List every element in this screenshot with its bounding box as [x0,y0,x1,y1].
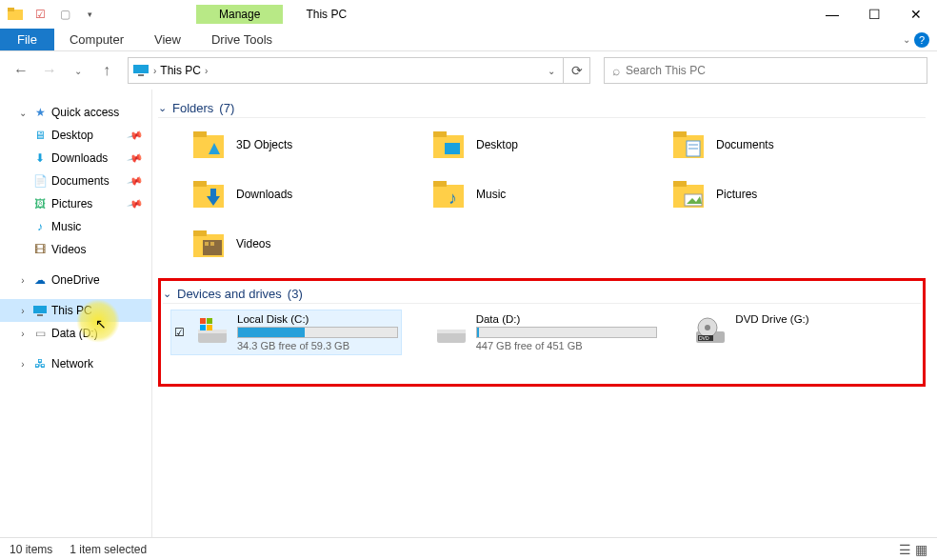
tiles-view-button[interactable]: ▦ [915,542,927,557]
sidebar-this-pc[interactable]: › This PC [0,299,151,322]
drives-row: ☑ Local Disk (C:) 34.3 GB free of 59.3 G… [170,310,921,355]
folder-downloads[interactable]: Downloads [190,173,429,215]
svg-rect-7 [193,131,207,137]
drive-data-d[interactable]: Data (D:) 447 GB free of 451 GB [430,310,662,355]
folder-videos[interactable]: Videos [190,223,429,265]
svg-text:DVD: DVD [699,335,709,341]
folder-label: Documents [716,138,774,151]
sidebar-item-label: Documents [51,174,110,188]
downloads-icon [190,176,227,212]
music-icon: ♪ [32,219,48,234]
group-count: (3) [288,287,303,301]
window-title: This PC [306,8,347,21]
sidebar-item-documents[interactable]: 📄 Documents 📌 [0,170,151,192]
close-button[interactable]: ✕ [895,0,937,29]
ribbon-collapse-icon[interactable]: ⌄ [903,34,910,45]
file-tab[interactable]: File [0,29,54,50]
sidebar-network[interactable]: › 🖧 Network [0,352,151,375]
folder-label: 3D Objects [236,138,292,151]
new-folder-icon[interactable]: ▢ [57,7,72,22]
network-icon: 🖧 [32,356,48,371]
pictures-icon [670,176,707,212]
documents-icon [670,127,707,163]
chevron-right-icon[interactable]: › [17,275,29,286]
sidebar-item-music[interactable]: ♪ Music [0,215,151,238]
group-header-folders[interactable]: ⌄ Folders (7) [158,101,926,118]
tab-view[interactable]: View [139,29,196,50]
svg-rect-2 [133,65,149,73]
checkbox-icon[interactable]: ☑ [174,326,188,339]
sidebar-item-pictures[interactable]: 🖼 Pictures 📌 [0,192,151,215]
status-item-count: 10 items [10,543,52,556]
svg-rect-3 [138,74,144,76]
sidebar-item-label: Videos [51,243,86,256]
group-header-drives[interactable]: ⌄ Devices and drives (3) [163,287,921,304]
pin-icon: 📌 [127,150,145,167]
svg-rect-13 [673,131,687,137]
videos-icon: 🎞 [32,242,48,257]
svg-rect-1 [8,8,14,11]
group-count: (7) [219,101,234,115]
drive-label: DVD Drive (G:) [735,313,917,325]
drive-free-text: 34.3 GB free of 59.3 GB [237,340,398,351]
cloud-icon: ☁ [32,272,48,288]
sidebar-item-label: Music [51,220,81,233]
maximize-button[interactable]: ☐ [853,0,895,29]
chevron-right-icon[interactable]: › [17,359,29,370]
window-controls: — ☐ ✕ [811,0,937,29]
chevron-right-icon[interactable]: › [17,306,29,316]
drive-dvd-g[interactable]: DVD DVD Drive (G:) [689,310,921,355]
back-button[interactable]: ← [10,59,32,82]
folder-music[interactable]: ♪ Music [430,173,668,215]
this-pc-icon [129,64,153,77]
sidebar-onedrive[interactable]: › ☁ OneDrive [0,269,151,291]
svg-rect-30 [205,242,209,246]
svg-rect-24 [673,181,687,187]
address-bar[interactable]: › This PC › ⌄ ⟳ [128,57,590,84]
chevron-right-icon[interactable]: › [205,66,208,76]
minimize-button[interactable]: — [811,0,853,29]
help-icon[interactable]: ? [914,32,929,48]
address-dropdown-icon[interactable]: ⌄ [540,66,563,76]
navigation-bar: ← → ⌄ ↑ › This PC › ⌄ ⟳ ⌕ [0,51,937,90]
folder-3d-objects[interactable]: 3D Objects [190,124,429,166]
recent-dropdown-icon[interactable]: ⌄ [67,59,90,82]
svg-rect-36 [200,325,206,330]
refresh-button[interactable]: ⟳ [563,58,589,83]
sidebar-item-label: Downloads [51,151,108,165]
sidebar-item-downloads[interactable]: ⬇ Downloads 📌 [0,147,151,170]
sidebar-data-d[interactable]: › ▭ Data (D:) [0,322,151,345]
chevron-right-icon[interactable]: › [17,329,29,339]
forward-button[interactable]: → [38,59,61,82]
tab-computer[interactable]: Computer [54,29,139,50]
folder-label: Downloads [236,188,292,201]
sidebar-item-videos[interactable]: 🎞 Videos [0,238,151,261]
folder-icon [8,7,23,22]
chevron-down-icon[interactable]: ⌄ [163,288,171,300]
folder-documents[interactable]: Documents [670,124,908,166]
details-view-button[interactable]: ☰ [899,542,911,557]
qat-dropdown-icon[interactable]: ▾ [82,7,97,22]
svg-rect-18 [193,181,207,187]
breadcrumb-item[interactable]: This PC [156,64,205,77]
search-box[interactable]: ⌕ [604,57,927,84]
sidebar-quick-access[interactable]: ⌄ ★ Quick access [0,101,151,124]
sidebar-item-label: Pictures [51,197,92,210]
chevron-down-icon[interactable]: ⌄ [17,108,29,118]
tab-drive-tools[interactable]: Drive Tools [196,29,288,50]
chevron-down-icon[interactable]: ⌄ [158,102,167,114]
sidebar-item-desktop[interactable]: 🖥 Desktop 📌 [0,124,151,147]
folder-desktop[interactable]: Desktop [430,124,668,166]
up-button[interactable]: ↑ [95,59,118,82]
folder-pictures[interactable]: Pictures [670,173,908,215]
svg-rect-6 [193,135,224,158]
sidebar-label: This PC [51,304,92,317]
drive-label: Local Disk (C:) [237,313,398,325]
desktop-icon [430,127,467,163]
drive-label: Data (D:) [476,313,658,325]
group-title: Folders [172,101,213,115]
properties-icon[interactable]: ☑ [32,7,48,22]
search-input[interactable] [626,64,919,77]
folder-label: Desktop [476,138,518,151]
drive-local-c[interactable]: ☑ Local Disk (C:) 34.3 GB free of 59.3 G… [170,310,402,355]
